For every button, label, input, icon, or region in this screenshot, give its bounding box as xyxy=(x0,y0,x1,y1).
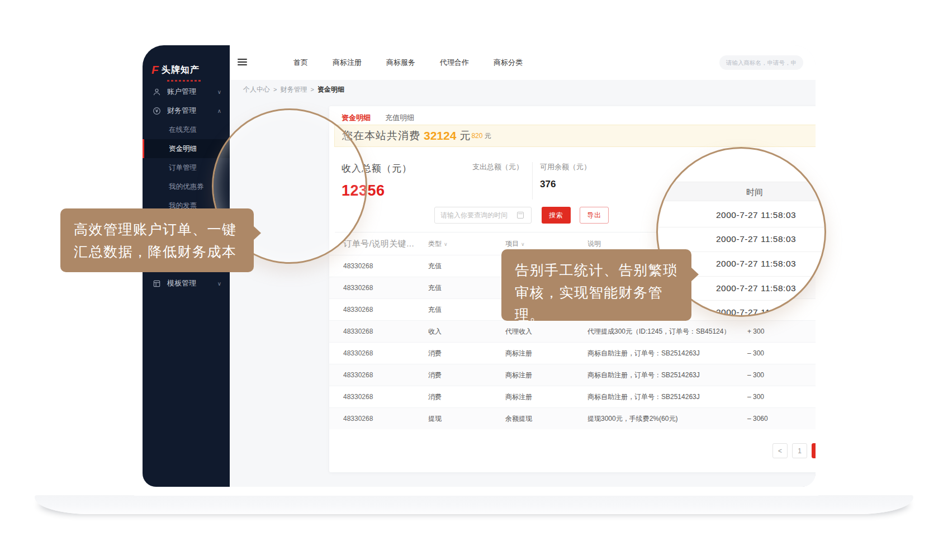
cell-project: 商标注册 xyxy=(505,392,587,402)
pagination: < 1 2 3 4 5 xyxy=(768,443,816,458)
sidebar-item-label: 模板管理 xyxy=(167,278,196,288)
notice-unit: 元 xyxy=(459,129,470,143)
card-tabs: 资金明细 充值明细 xyxy=(342,110,429,126)
breadcrumb-current: 资金明细 xyxy=(317,85,344,94)
sidebar-item-label: 账户管理 xyxy=(167,87,196,97)
breadcrumb: 个人中心 > 财务管理 > 资金明细 xyxy=(230,80,816,99)
sort-caret-icon: ∨ xyxy=(521,241,525,247)
hamburger-menu-icon[interactable] xyxy=(238,59,247,66)
sidebar-item-account[interactable]: 账户管理 ∨ xyxy=(143,82,230,101)
stat-label: 可用余额（元） xyxy=(540,162,591,172)
table-row: 48330268 收入 代理收入 代理提成300元（ID:1245，订单号：SB… xyxy=(329,320,816,342)
notice-tail-amount: 820 xyxy=(471,132,482,140)
cell-order: 48330268 xyxy=(329,284,428,292)
logo-text: 头牌知产 xyxy=(162,64,200,76)
nav-item-trademark-category[interactable]: 商标分类 xyxy=(481,58,535,68)
cell-desc: 商标自助注册，订单号：SB2514263J xyxy=(587,392,738,402)
cell-type: 收入 xyxy=(428,327,505,336)
time-header-label: 时间 xyxy=(746,187,763,198)
cell-order: 48330268 xyxy=(329,371,428,379)
table-row: 48330268 消费 商标注册 商标自助注册，订单号：SB2514263J –… xyxy=(329,364,816,386)
cell-order: 48330268 xyxy=(329,328,428,335)
chevron-down-icon: ∨ xyxy=(217,281,221,287)
cell-project: 代理收入 xyxy=(505,327,587,336)
page: F 头牌知产 账户管理 ∨ xyxy=(0,0,948,560)
chevron-up-icon: ∧ xyxy=(217,108,221,114)
consumption-notice-banner: 您在本站共消费 32124 元 820 元 xyxy=(334,125,816,147)
lens-time-value: 2000-7-27 11:58:03 xyxy=(716,283,796,293)
sidebar-item-label: 财务管理 xyxy=(167,106,196,116)
pagination-prev-button[interactable]: < xyxy=(772,443,788,458)
logo[interactable]: F 头牌知产 xyxy=(143,45,230,80)
tab-recharge-detail[interactable]: 充值明细 xyxy=(385,110,414,126)
pagination-page-1[interactable]: 1 xyxy=(792,443,807,458)
cell-project: 余额提现 xyxy=(505,414,587,424)
lens-time-value: 2000-7-27 11:58:03 xyxy=(716,259,796,269)
stat-balance: 可用余额（元） 376 xyxy=(532,162,591,200)
logo-subtext-decoration xyxy=(167,80,202,82)
sidebar-item-label: 资金明细 xyxy=(169,144,197,154)
sidebar-item-finance[interactable]: 财务管理 ∧ xyxy=(143,101,230,120)
nav-item-trademark-service[interactable]: 商标服务 xyxy=(374,58,428,68)
cell-balance: ¥12231 xyxy=(791,415,816,423)
sidebar-item-label: 在线充值 xyxy=(169,125,197,135)
sidebar-item-label: 我的优惠券 xyxy=(169,182,204,192)
logo-flag-icon: F xyxy=(151,63,159,77)
calendar-icon[interactable] xyxy=(517,212,524,219)
cell-balance: ¥12231 xyxy=(791,328,816,335)
cell-project: 商标注册 xyxy=(505,349,587,358)
cell-balance: ¥12231 xyxy=(791,349,816,357)
stats-row: 收入总额（元） 12356 支出总额（元） 可用余额（元） 376 xyxy=(342,162,591,200)
cell-type: 消费 xyxy=(428,392,505,402)
cell-order: 48330268 xyxy=(329,306,428,314)
search-button[interactable]: 搜索 xyxy=(542,207,571,224)
notice-text: 您在本站共消费 xyxy=(342,129,420,143)
callout-left: 高效管理账户订单、一键汇总数据，降低财务成本 xyxy=(60,208,254,272)
template-icon xyxy=(153,279,161,288)
cell-amount: – 300 xyxy=(738,371,791,379)
sidebar-item-online-recharge[interactable]: 在线充值 xyxy=(143,120,230,139)
pagination-page-2-active[interactable]: 2 xyxy=(812,443,816,458)
column-header-type[interactable]: 类型∨ xyxy=(428,239,505,249)
sidebar-item-template[interactable]: 模板管理 ∨ xyxy=(143,274,230,293)
cell-desc: 代理提成300元（ID:1245，订单号：SB45124） xyxy=(587,327,738,336)
cell-order: 48330268 xyxy=(329,393,428,401)
stat-value: 376 xyxy=(540,179,591,190)
stat-label: 支出总额（元） xyxy=(472,162,532,172)
sidebar-item-fund-detail[interactable]: 资金明细 xyxy=(143,139,230,158)
callout-right: 告别手工统计、告别繁琐审核，实现智能财务管理。 xyxy=(501,249,691,321)
cell-type: 消费 xyxy=(428,371,505,380)
cell-order: 48330268 xyxy=(329,415,428,423)
tab-fund-detail[interactable]: 资金明细 xyxy=(342,110,371,126)
breadcrumb-separator: > xyxy=(273,86,277,93)
cell-amount: + 300 xyxy=(738,328,791,335)
top-navigation: 首页 商标注册 商标服务 代理合作 商标分类 xyxy=(281,45,535,80)
export-button[interactable]: 导出 xyxy=(580,207,609,224)
cell-order: 48330268 xyxy=(329,349,428,357)
notice-tail-unit: 元 xyxy=(484,131,491,141)
breadcrumb-finance[interactable]: 财务管理 xyxy=(280,85,307,94)
nav-item-agency[interactable]: 代理合作 xyxy=(428,58,481,68)
cell-amount: – 3060 xyxy=(738,415,791,423)
user-icon xyxy=(153,88,161,96)
breadcrumb-personal-center[interactable]: 个人中心 xyxy=(243,85,270,94)
cell-amount: – 300 xyxy=(738,349,791,357)
sidebar-item-label: 订单管理 xyxy=(169,163,197,173)
callout-text: 告别手工统计、告别繁琐审核，实现智能财务管理。 xyxy=(515,262,678,322)
cell-type: 提现 xyxy=(428,414,505,424)
sort-caret-icon: ∨ xyxy=(444,241,448,247)
callout-text: 高效管理账户订单、一键汇总数据，降低财务成本 xyxy=(74,221,237,259)
stat-expense: 支出总额（元） xyxy=(472,162,532,200)
nav-item-trademark-register[interactable]: 商标注册 xyxy=(320,58,374,68)
cell-order: 48330268 xyxy=(329,262,428,270)
table-row: 48330268 消费 商标注册 商标自助注册，订单号：SB2514263J –… xyxy=(329,342,816,364)
column-header-project[interactable]: 项目∨ xyxy=(505,239,587,249)
lens-time-value: 2000-7-27 11:58:03 xyxy=(716,210,796,220)
nav-item-home[interactable]: 首页 xyxy=(281,58,320,68)
topbar: 首页 商标注册 商标服务 代理合作 商标分类 xyxy=(230,45,816,80)
notice-amount: 32124 xyxy=(424,129,456,143)
laptop-base-gap xyxy=(134,487,818,496)
trademark-search-input[interactable] xyxy=(719,55,803,70)
cell-type: 充值 xyxy=(428,262,505,271)
cell-balance: ¥12231 xyxy=(791,371,816,379)
